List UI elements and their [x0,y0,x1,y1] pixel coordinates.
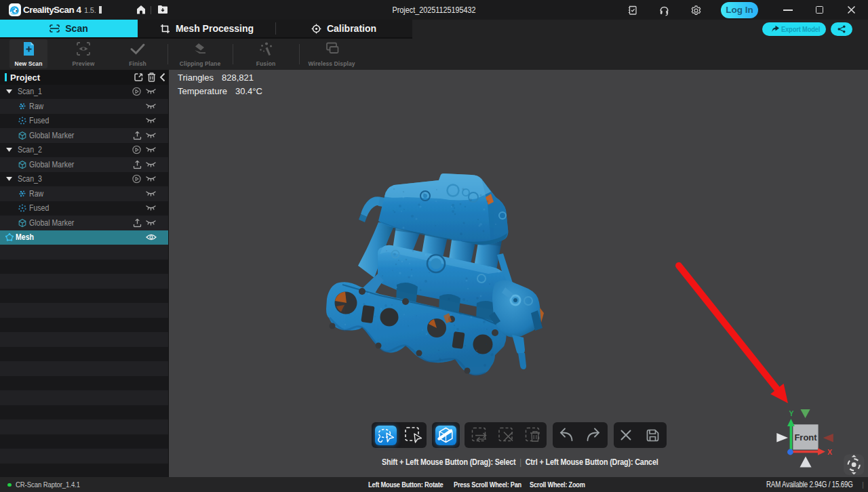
svg-text:Front: Front [794,432,817,443]
svg-text:X: X [827,448,832,456]
svg-text:Y: Y [789,409,793,417]
